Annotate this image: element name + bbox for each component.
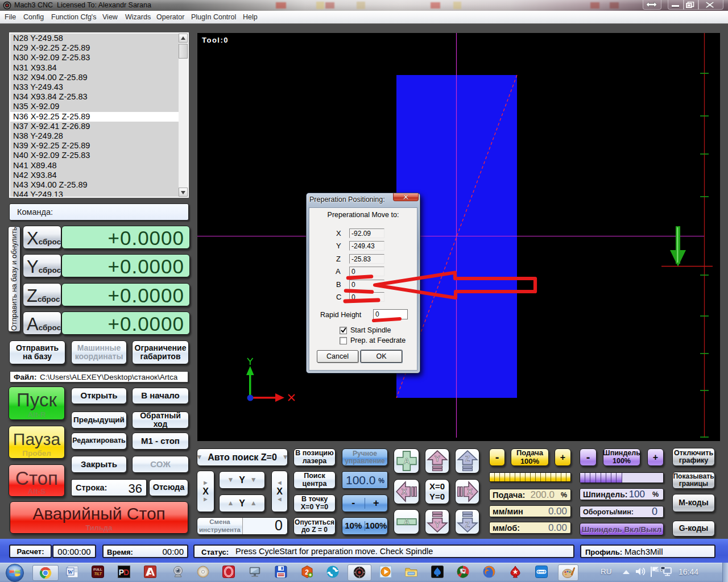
svg-text:TILT: TILT [94, 572, 102, 576]
svg-text:D: D [123, 568, 129, 577]
svg-text:A: A [403, 456, 410, 465]
svg-text:Y: Y [435, 520, 440, 529]
svg-text:Z: Z [465, 521, 469, 529]
svg-text:Y: Y [435, 454, 440, 463]
svg-text:W: W [68, 568, 74, 575]
svg-text:X: X [467, 487, 473, 496]
svg-text:Z: Z [465, 455, 469, 463]
svg-text:A: A [404, 518, 410, 526]
svg-text:X: X [401, 487, 407, 496]
svg-text:FULL: FULL [93, 568, 102, 571]
